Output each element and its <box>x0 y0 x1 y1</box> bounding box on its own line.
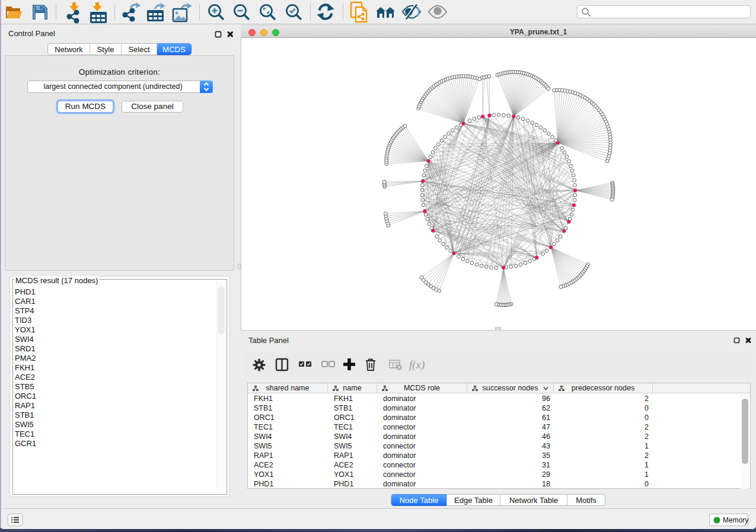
svg-text:f(x): f(x) <box>409 358 425 371</box>
